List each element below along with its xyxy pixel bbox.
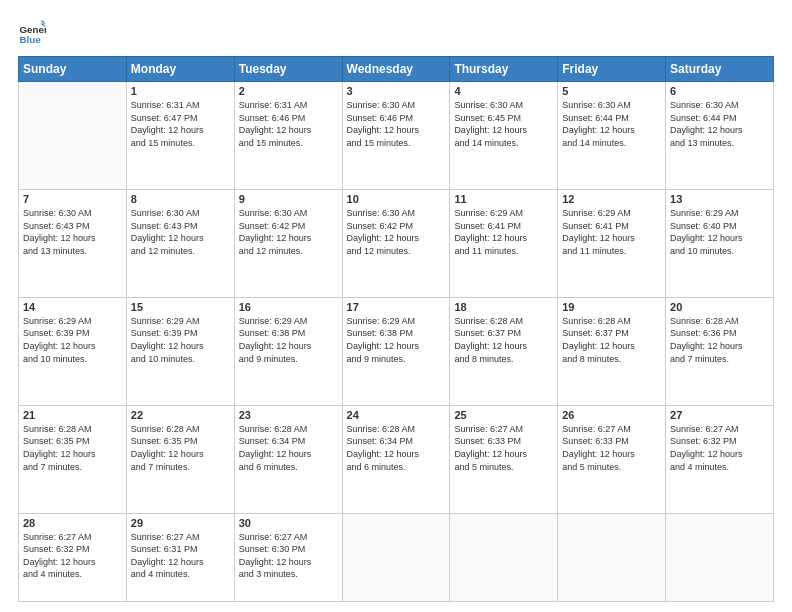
day-info: Sunrise: 6:30 AMSunset: 6:44 PMDaylight:… <box>670 99 769 149</box>
day-info: Sunrise: 6:29 AMSunset: 6:39 PMDaylight:… <box>131 315 230 365</box>
day-number: 18 <box>454 301 553 313</box>
day-info: Sunrise: 6:28 AMSunset: 6:35 PMDaylight:… <box>23 423 122 473</box>
day-info: Sunrise: 6:29 AMSunset: 6:40 PMDaylight:… <box>670 207 769 257</box>
day-number: 3 <box>347 85 446 97</box>
calendar-cell: 13Sunrise: 6:29 AMSunset: 6:40 PMDayligh… <box>666 189 774 297</box>
calendar-cell: 21Sunrise: 6:28 AMSunset: 6:35 PMDayligh… <box>19 405 127 513</box>
weekday-header-monday: Monday <box>126 57 234 82</box>
calendar-cell: 2Sunrise: 6:31 AMSunset: 6:46 PMDaylight… <box>234 82 342 190</box>
calendar-cell <box>666 513 774 601</box>
day-info: Sunrise: 6:30 AMSunset: 6:45 PMDaylight:… <box>454 99 553 149</box>
day-info: Sunrise: 6:27 AMSunset: 6:31 PMDaylight:… <box>131 531 230 581</box>
day-info: Sunrise: 6:27 AMSunset: 6:32 PMDaylight:… <box>670 423 769 473</box>
day-number: 28 <box>23 517 122 529</box>
day-number: 25 <box>454 409 553 421</box>
day-number: 10 <box>347 193 446 205</box>
calendar-cell: 22Sunrise: 6:28 AMSunset: 6:35 PMDayligh… <box>126 405 234 513</box>
calendar-week-3: 14Sunrise: 6:29 AMSunset: 6:39 PMDayligh… <box>19 297 774 405</box>
calendar-cell: 25Sunrise: 6:27 AMSunset: 6:33 PMDayligh… <box>450 405 558 513</box>
day-number: 22 <box>131 409 230 421</box>
day-info: Sunrise: 6:29 AMSunset: 6:41 PMDaylight:… <box>454 207 553 257</box>
weekday-header-sunday: Sunday <box>19 57 127 82</box>
day-info: Sunrise: 6:28 AMSunset: 6:36 PMDaylight:… <box>670 315 769 365</box>
calendar-header: SundayMondayTuesdayWednesdayThursdayFrid… <box>19 57 774 82</box>
day-info: Sunrise: 6:29 AMSunset: 6:38 PMDaylight:… <box>239 315 338 365</box>
day-number: 14 <box>23 301 122 313</box>
day-number: 9 <box>239 193 338 205</box>
day-number: 19 <box>562 301 661 313</box>
calendar-cell: 6Sunrise: 6:30 AMSunset: 6:44 PMDaylight… <box>666 82 774 190</box>
day-number: 4 <box>454 85 553 97</box>
day-info: Sunrise: 6:30 AMSunset: 6:46 PMDaylight:… <box>347 99 446 149</box>
calendar-cell: 29Sunrise: 6:27 AMSunset: 6:31 PMDayligh… <box>126 513 234 601</box>
day-info: Sunrise: 6:28 AMSunset: 6:37 PMDaylight:… <box>562 315 661 365</box>
day-number: 2 <box>239 85 338 97</box>
calendar-table: SundayMondayTuesdayWednesdayThursdayFrid… <box>18 56 774 602</box>
day-number: 23 <box>239 409 338 421</box>
day-info: Sunrise: 6:27 AMSunset: 6:33 PMDaylight:… <box>454 423 553 473</box>
calendar-week-2: 7Sunrise: 6:30 AMSunset: 6:43 PMDaylight… <box>19 189 774 297</box>
weekday-header-friday: Friday <box>558 57 666 82</box>
day-number: 21 <box>23 409 122 421</box>
calendar-cell: 3Sunrise: 6:30 AMSunset: 6:46 PMDaylight… <box>342 82 450 190</box>
day-number: 16 <box>239 301 338 313</box>
day-info: Sunrise: 6:31 AMSunset: 6:47 PMDaylight:… <box>131 99 230 149</box>
calendar-week-4: 21Sunrise: 6:28 AMSunset: 6:35 PMDayligh… <box>19 405 774 513</box>
day-info: Sunrise: 6:30 AMSunset: 6:43 PMDaylight:… <box>23 207 122 257</box>
page: General Blue SundayMondayTuesdayWednesda… <box>0 0 792 612</box>
calendar-cell: 30Sunrise: 6:27 AMSunset: 6:30 PMDayligh… <box>234 513 342 601</box>
day-number: 7 <box>23 193 122 205</box>
calendar-cell: 27Sunrise: 6:27 AMSunset: 6:32 PMDayligh… <box>666 405 774 513</box>
calendar-cell <box>342 513 450 601</box>
calendar-cell: 14Sunrise: 6:29 AMSunset: 6:39 PMDayligh… <box>19 297 127 405</box>
calendar-body: 1Sunrise: 6:31 AMSunset: 6:47 PMDaylight… <box>19 82 774 602</box>
day-number: 27 <box>670 409 769 421</box>
calendar-cell <box>450 513 558 601</box>
calendar-cell: 16Sunrise: 6:29 AMSunset: 6:38 PMDayligh… <box>234 297 342 405</box>
calendar-cell: 18Sunrise: 6:28 AMSunset: 6:37 PMDayligh… <box>450 297 558 405</box>
calendar-cell: 26Sunrise: 6:27 AMSunset: 6:33 PMDayligh… <box>558 405 666 513</box>
day-info: Sunrise: 6:28 AMSunset: 6:37 PMDaylight:… <box>454 315 553 365</box>
day-number: 12 <box>562 193 661 205</box>
day-info: Sunrise: 6:30 AMSunset: 6:42 PMDaylight:… <box>239 207 338 257</box>
day-info: Sunrise: 6:27 AMSunset: 6:30 PMDaylight:… <box>239 531 338 581</box>
day-info: Sunrise: 6:27 AMSunset: 6:32 PMDaylight:… <box>23 531 122 581</box>
calendar-cell: 8Sunrise: 6:30 AMSunset: 6:43 PMDaylight… <box>126 189 234 297</box>
day-number: 5 <box>562 85 661 97</box>
calendar-week-5: 28Sunrise: 6:27 AMSunset: 6:32 PMDayligh… <box>19 513 774 601</box>
weekday-header-thursday: Thursday <box>450 57 558 82</box>
calendar-cell: 28Sunrise: 6:27 AMSunset: 6:32 PMDayligh… <box>19 513 127 601</box>
weekday-header-row: SundayMondayTuesdayWednesdayThursdayFrid… <box>19 57 774 82</box>
day-number: 26 <box>562 409 661 421</box>
day-number: 15 <box>131 301 230 313</box>
day-info: Sunrise: 6:28 AMSunset: 6:34 PMDaylight:… <box>239 423 338 473</box>
logo: General Blue <box>18 18 50 46</box>
day-info: Sunrise: 6:31 AMSunset: 6:46 PMDaylight:… <box>239 99 338 149</box>
calendar-cell: 5Sunrise: 6:30 AMSunset: 6:44 PMDaylight… <box>558 82 666 190</box>
day-info: Sunrise: 6:30 AMSunset: 6:42 PMDaylight:… <box>347 207 446 257</box>
day-info: Sunrise: 6:27 AMSunset: 6:33 PMDaylight:… <box>562 423 661 473</box>
calendar-cell: 17Sunrise: 6:29 AMSunset: 6:38 PMDayligh… <box>342 297 450 405</box>
weekday-header-tuesday: Tuesday <box>234 57 342 82</box>
calendar-cell: 11Sunrise: 6:29 AMSunset: 6:41 PMDayligh… <box>450 189 558 297</box>
svg-text:Blue: Blue <box>19 34 41 45</box>
day-number: 30 <box>239 517 338 529</box>
day-number: 11 <box>454 193 553 205</box>
weekday-header-wednesday: Wednesday <box>342 57 450 82</box>
day-number: 1 <box>131 85 230 97</box>
day-info: Sunrise: 6:30 AMSunset: 6:43 PMDaylight:… <box>131 207 230 257</box>
day-number: 29 <box>131 517 230 529</box>
day-number: 8 <box>131 193 230 205</box>
day-info: Sunrise: 6:28 AMSunset: 6:35 PMDaylight:… <box>131 423 230 473</box>
header: General Blue <box>18 18 774 46</box>
day-number: 17 <box>347 301 446 313</box>
calendar-cell: 24Sunrise: 6:28 AMSunset: 6:34 PMDayligh… <box>342 405 450 513</box>
day-info: Sunrise: 6:29 AMSunset: 6:38 PMDaylight:… <box>347 315 446 365</box>
calendar-cell: 15Sunrise: 6:29 AMSunset: 6:39 PMDayligh… <box>126 297 234 405</box>
calendar-cell: 9Sunrise: 6:30 AMSunset: 6:42 PMDaylight… <box>234 189 342 297</box>
day-info: Sunrise: 6:29 AMSunset: 6:41 PMDaylight:… <box>562 207 661 257</box>
calendar-cell: 1Sunrise: 6:31 AMSunset: 6:47 PMDaylight… <box>126 82 234 190</box>
day-info: Sunrise: 6:29 AMSunset: 6:39 PMDaylight:… <box>23 315 122 365</box>
calendar-cell: 12Sunrise: 6:29 AMSunset: 6:41 PMDayligh… <box>558 189 666 297</box>
calendar-cell: 4Sunrise: 6:30 AMSunset: 6:45 PMDaylight… <box>450 82 558 190</box>
